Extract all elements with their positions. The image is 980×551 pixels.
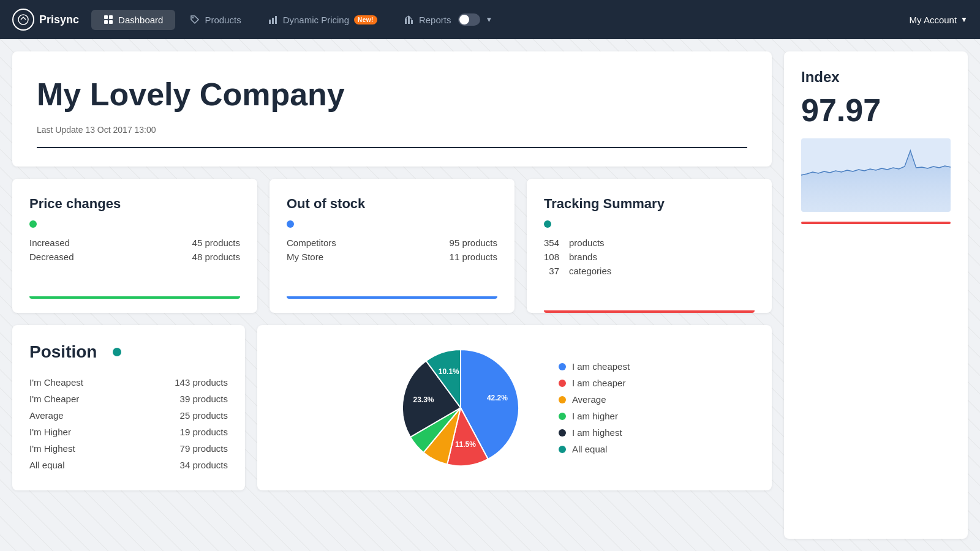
last-update: Last Update 13 Oct 2017 13:00 bbox=[37, 125, 747, 135]
tracking-summary-title: Tracking Summary bbox=[544, 196, 755, 212]
position-label-0: I'm Cheapest bbox=[29, 377, 83, 388]
price-changes-label-1: Decreased bbox=[29, 252, 74, 262]
position-row-5: All equal 34 products bbox=[29, 457, 228, 473]
chart-icon bbox=[404, 15, 414, 24]
logo-icon bbox=[12, 9, 34, 31]
index-card: Index 97.97 bbox=[784, 51, 968, 539]
position-value-1: 39 products bbox=[180, 394, 228, 404]
index-value: 97.97 bbox=[801, 92, 951, 129]
legend-label-5: All equal bbox=[572, 444, 608, 454]
svg-rect-6 bbox=[269, 20, 271, 24]
position-label-3: I'm Higher bbox=[29, 427, 71, 437]
legend-label-2: Average bbox=[572, 394, 606, 405]
svg-rect-7 bbox=[272, 18, 274, 24]
svg-rect-1 bbox=[104, 15, 108, 19]
bottom-row: Position I'm Cheapest 143 products I'm C… bbox=[12, 325, 772, 490]
position-label-1: I'm Cheaper bbox=[29, 394, 79, 404]
nav-item-reports[interactable]: Reports ▼ bbox=[392, 9, 505, 31]
main-nav: Prisync Dashboard Products Dynamic Prici… bbox=[0, 0, 980, 39]
account-menu[interactable]: My Account ▼ bbox=[910, 15, 968, 25]
legend-dot-1 bbox=[559, 380, 566, 387]
svg-rect-11 bbox=[411, 20, 413, 24]
svg-rect-3 bbox=[104, 20, 108, 24]
legend-dot-0 bbox=[559, 363, 566, 370]
position-card: Position I'm Cheapest 143 products I'm C… bbox=[12, 325, 245, 490]
nav-dynamic-pricing-label: Dynamic Pricing bbox=[283, 15, 349, 25]
position-value-5: 34 products bbox=[180, 460, 228, 470]
svg-rect-2 bbox=[109, 15, 113, 19]
pie-chart: 42.2%11.5%23.3%10.1% bbox=[399, 347, 522, 469]
legend-item-5: All equal bbox=[559, 444, 630, 454]
svg-point-5 bbox=[192, 17, 194, 18]
out-of-stock-row-0: Competitors 95 products bbox=[287, 238, 497, 248]
legend-item-1: I am cheaper bbox=[559, 378, 630, 388]
tracking-label-0: products bbox=[569, 238, 611, 248]
tracking-summary-dot bbox=[544, 220, 551, 228]
logo-text: Prisync bbox=[39, 13, 79, 26]
price-changes-value-0: 45 products bbox=[192, 238, 240, 248]
left-content: My Lovely Company Last Update 13 Oct 201… bbox=[12, 51, 772, 539]
position-label-2: Average bbox=[29, 410, 64, 421]
mini-chart bbox=[801, 138, 951, 212]
position-value-2: 25 products bbox=[180, 410, 228, 421]
price-changes-title: Price changes bbox=[29, 196, 240, 212]
nav-item-dashboard[interactable]: Dashboard bbox=[91, 10, 175, 30]
position-row-1: I'm Cheaper 39 products bbox=[29, 391, 228, 407]
price-changes-rows: Increased 45 products Decreased 48 produ… bbox=[29, 238, 240, 262]
svg-text:42.2%: 42.2% bbox=[487, 394, 508, 402]
position-row-2: Average 25 products bbox=[29, 407, 228, 424]
nav-products-label: Products bbox=[205, 15, 241, 25]
out-of-stock-title: Out of stock bbox=[287, 196, 497, 212]
out-of-stock-row-1: My Store 11 products bbox=[287, 252, 497, 262]
nav-item-dynamic-pricing[interactable]: Dynamic Pricing New! bbox=[256, 10, 390, 30]
bar-chart-icon bbox=[268, 15, 278, 24]
logo[interactable]: Prisync bbox=[12, 9, 79, 31]
index-bottom-bar bbox=[801, 222, 951, 224]
legend-label-4: I am highest bbox=[572, 427, 622, 438]
out-of-stock-value-0: 95 products bbox=[450, 238, 497, 248]
nav-item-products[interactable]: Products bbox=[178, 10, 253, 30]
price-changes-row-1: Decreased 48 products bbox=[29, 252, 240, 262]
price-changes-row-0: Increased 45 products bbox=[29, 238, 240, 248]
svg-point-0 bbox=[18, 15, 28, 24]
svg-text:11.5%: 11.5% bbox=[455, 440, 476, 449]
legend-item-4: I am highest bbox=[559, 427, 630, 438]
nav-items: Dashboard Products Dynamic Pricing New! … bbox=[91, 9, 910, 31]
position-label-4: I'm Highest bbox=[29, 443, 75, 454]
legend-dot-3 bbox=[559, 413, 566, 420]
price-changes-bar bbox=[29, 296, 240, 299]
legend-item-2: Average bbox=[559, 394, 630, 405]
tracking-num-0: 354 bbox=[544, 238, 559, 248]
tag-icon bbox=[190, 15, 200, 24]
stats-row: Price changes Increased 45 products Decr… bbox=[12, 179, 772, 313]
position-title: Position bbox=[29, 342, 97, 362]
tracking-label-2: categories bbox=[569, 266, 611, 276]
legend-label-0: I am cheapest bbox=[572, 361, 630, 372]
tracking-num-1: 108 bbox=[544, 252, 559, 262]
out-of-stock-rows: Competitors 95 products My Store 11 prod… bbox=[287, 238, 497, 262]
position-label-5: All equal bbox=[29, 460, 65, 470]
position-row-3: I'm Higher 19 products bbox=[29, 424, 228, 440]
svg-rect-4 bbox=[109, 20, 113, 24]
position-value-3: 19 products bbox=[180, 427, 228, 437]
tracking-num-2: 37 bbox=[544, 266, 559, 276]
legend-dot-2 bbox=[559, 396, 566, 403]
svg-text:10.1%: 10.1% bbox=[439, 367, 459, 376]
position-value-4: 79 products bbox=[180, 443, 228, 454]
account-chevron: ▼ bbox=[960, 15, 968, 24]
position-value-0: 143 products bbox=[175, 377, 228, 388]
index-title: Index bbox=[801, 69, 951, 86]
svg-text:23.3%: 23.3% bbox=[413, 395, 434, 404]
header-card: My Lovely Company Last Update 13 Oct 201… bbox=[12, 51, 772, 167]
position-header: Position bbox=[29, 342, 228, 362]
mini-chart-svg bbox=[801, 138, 951, 212]
legend-label-1: I am cheaper bbox=[572, 378, 626, 388]
chart-card: 42.2%11.5%23.3%10.1% I am cheapest I am … bbox=[257, 325, 772, 490]
svg-rect-10 bbox=[408, 17, 410, 24]
pie-legend: I am cheapest I am cheaper Average I am … bbox=[559, 361, 630, 454]
out-of-stock-dot bbox=[287, 220, 294, 228]
position-table: I'm Cheapest 143 products I'm Cheaper 39… bbox=[29, 374, 228, 473]
out-of-stock-bar bbox=[287, 296, 497, 299]
legend-item-0: I am cheapest bbox=[559, 361, 630, 372]
reports-toggle[interactable] bbox=[458, 13, 480, 26]
